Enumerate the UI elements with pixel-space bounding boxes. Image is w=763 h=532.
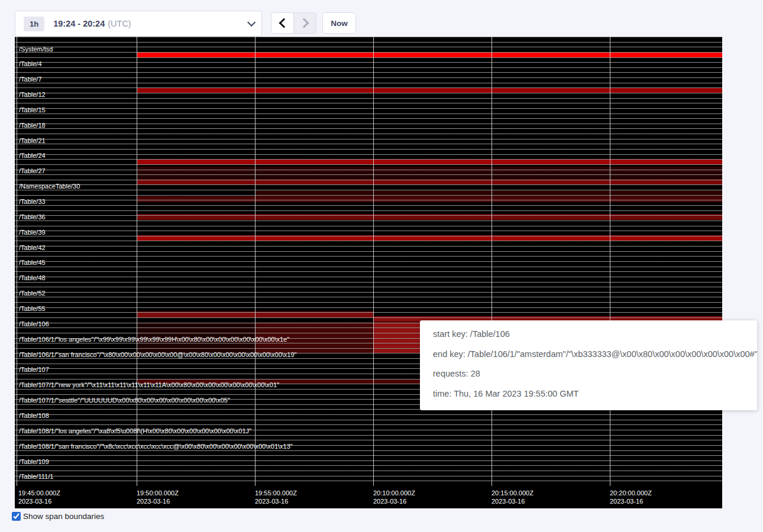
row-label: /Table/12 (19, 92, 46, 98)
row-label: /System/tsd (19, 46, 53, 53)
time-tick: 20:15:00.000Z2023-03-16 (492, 489, 534, 505)
row-label: /Table/48 (19, 275, 46, 281)
show-span-boundaries-label: Show span boundaries (23, 512, 104, 521)
time-bucket-line (137, 37, 137, 486)
row-label: /Table/106 (19, 321, 49, 327)
time-axis: 19:45:00.000Z2023-03-1619:50:00.000Z2023… (15, 486, 722, 508)
time-nav-group (271, 12, 316, 34)
row-label: /Table/27 (19, 168, 46, 174)
row-label: /Table/107 (19, 366, 49, 373)
chevron-right-icon (299, 18, 309, 28)
heatmap-grid[interactable]: /System/tsd/Table/4/Table/7/Table/12/Tab… (15, 37, 722, 486)
row-label: /Table/21 (19, 138, 46, 144)
range-timezone: (UTC) (108, 19, 131, 28)
row-label: /Table/106/1/"san francisco"/"\x80\x00\x… (19, 352, 297, 358)
row-label: /Table/39 (19, 229, 46, 236)
row-label: /Table/55 (19, 306, 46, 312)
tooltip-line: start key: /Table/106 (433, 325, 744, 345)
row-label: /Table/109 (19, 459, 49, 465)
time-tick: 19:55:00.000Z2023-03-16 (255, 489, 297, 505)
row-label: /NamespaceTable/30 (19, 183, 80, 190)
span-boundary-lines (15, 37, 722, 486)
row-label: /Table/111/1 (19, 473, 53, 480)
time-tick: 20:10:00.000Z2023-03-16 (373, 489, 415, 505)
row-label: /Table/107/1/"new york"/"\x11\x11\x11\x1… (19, 382, 279, 388)
row-label: /Table/108/1/"san francisco"/"\x8c\xcc\x… (19, 443, 293, 450)
row-label: /Table/24 (19, 153, 46, 159)
chevron-left-icon (279, 18, 289, 28)
tooltip-line: time: Thu, 16 Mar 2023 19:55:00 GMT (433, 384, 744, 404)
hover-tooltip: start key: /Table/106end key: /Table/106… (420, 320, 757, 410)
next-range-button[interactable] (294, 13, 316, 33)
now-button[interactable]: Now (322, 12, 356, 34)
time-bucket-line (610, 37, 610, 486)
time-bucket-line (255, 37, 256, 486)
time-tick: 20:20:00.000Z2023-03-16 (610, 489, 652, 505)
time-bucket-line (492, 37, 492, 486)
row-label: /Table/52 (19, 290, 46, 297)
chevron-down-icon (247, 18, 256, 27)
tooltip-line: end key: /Table/106/1/"amsterdam"/"\xb33… (433, 345, 744, 365)
key-visualizer: /System/tsd/Table/4/Table/7/Table/12/Tab… (15, 37, 722, 508)
time-range-dropdown[interactable]: 1h 19:24 - 20:24 (UTC) (15, 11, 262, 37)
row-label: /Table/33 (19, 199, 46, 205)
row-label: /Table/45 (19, 259, 46, 266)
time-tick: 19:45:00.000Z2023-03-16 (18, 489, 60, 505)
row-label: /Table/107/1/"seattle"/"UUUUUUD\x00\x80\… (19, 397, 230, 404)
time-bucket-line (17, 37, 17, 486)
range-duration-badge: 1h (24, 17, 44, 31)
row-label: /Table/4 (19, 61, 42, 67)
row-label: /Table/42 (19, 245, 46, 251)
row-label: /Table/106/1/"los angeles"/"\x99\x99\x99… (19, 336, 289, 343)
row-label: /Table/36 (19, 214, 46, 220)
prev-range-button[interactable] (271, 13, 293, 33)
footer-controls: Show span boundaries (12, 512, 104, 521)
row-label: /Table/15 (19, 107, 46, 113)
row-label: /Table/18 (19, 122, 46, 129)
tooltip-line: requests: 28 (433, 364, 744, 384)
row-label: /Table/108 (19, 413, 49, 419)
time-tick: 19:50:00.000Z2023-03-16 (137, 489, 179, 505)
row-label: /Table/7 (19, 76, 42, 83)
show-span-boundaries-checkbox[interactable] (12, 512, 21, 521)
row-label: /Table/108/1/"los angeles"/"\xa8\xf5\u00… (19, 428, 251, 434)
range-text: 19:24 - 20:24 (53, 19, 105, 28)
time-bucket-line (373, 37, 374, 486)
